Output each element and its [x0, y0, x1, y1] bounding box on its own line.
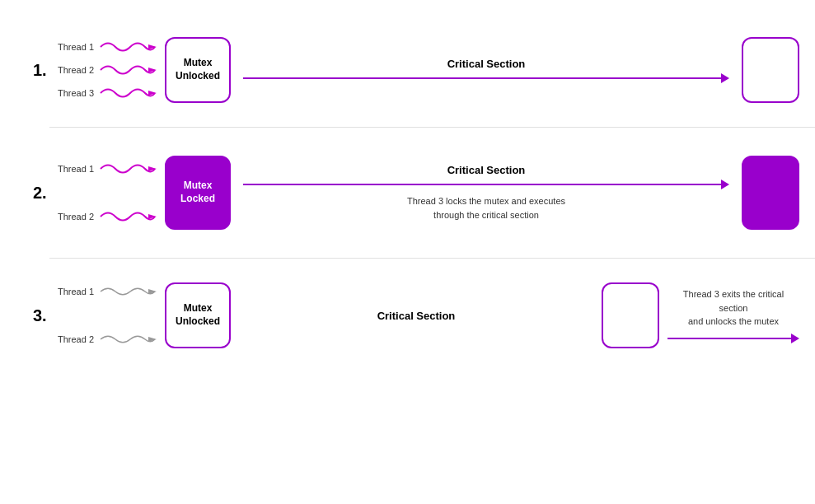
thread-2-label-r3: Thread 2 — [58, 334, 94, 344]
row2-threads: Thread 1 Thread 2 — [58, 161, 165, 224]
thread-1-label: Thread 1 — [58, 42, 94, 52]
mutex-label-2: MutexLocked — [180, 180, 215, 205]
diagram-container: 1. Thread 1 Thread 2 Thread 3 — [0, 0, 815, 504]
mutex-label-1: MutexUnlocked — [176, 57, 220, 82]
wavy-arrow-1 — [99, 40, 157, 54]
step-3-number: 3. — [33, 306, 58, 325]
critical-section-sub-2: Thread 3 locks the mutex and executesthr… — [407, 194, 565, 222]
critical-section-label-2: Critical Section — [447, 164, 526, 176]
middle-3: Critical Section — [231, 310, 602, 322]
divider-2 — [49, 258, 815, 259]
wavy-arrow-r2-2 — [99, 209, 157, 224]
middle-1: Critical Section — [231, 58, 742, 83]
thread-item: Thread 1 — [58, 284, 165, 299]
mutex-box-2: MutexLocked — [165, 156, 231, 230]
wavy-arrow-3 — [99, 86, 157, 100]
wavy-arrow-r2-1 — [99, 161, 157, 176]
thread-item: Thread 1 — [58, 40, 165, 54]
thread-2-label: Thread 2 — [58, 65, 94, 75]
mutex-label-3: MutexUnlocked — [176, 302, 220, 328]
right-box-2 — [742, 156, 799, 230]
row-1: 1. Thread 1 Thread 2 Thread 3 — [33, 16, 799, 124]
exit-section: Thread 3 exits the critical sectionand u… — [667, 287, 799, 343]
right-box-3 — [602, 282, 659, 348]
thread-item: Thread 2 — [58, 332, 165, 347]
right-box-1 — [742, 37, 799, 103]
step-2-number: 2. — [33, 184, 58, 203]
critical-section-label-3: Critical Section — [377, 310, 456, 322]
wavy-arrow-r3-1 — [99, 284, 157, 299]
thread-2-label-r2: Thread 2 — [58, 212, 94, 222]
middle-2: Critical Section Thread 3 locks the mute… — [231, 164, 742, 222]
thread-item: Thread 2 — [58, 63, 165, 77]
thread-item: Thread 3 — [58, 86, 165, 100]
row1-threads: Thread 1 Thread 2 Thread 3 — [58, 40, 165, 100]
thread-item: Thread 2 — [58, 209, 165, 224]
wavy-arrow-2 — [99, 63, 157, 77]
thread-1-label-r3: Thread 1 — [58, 287, 94, 296]
mutex-box-3: MutexUnlocked — [165, 282, 231, 348]
wavy-arrow-r3-2 — [99, 332, 157, 347]
critical-section-label-1: Critical Section — [447, 58, 526, 70]
divider-1 — [49, 127, 815, 128]
row3-threads: Thread 1 Thread 2 — [58, 284, 165, 347]
row-3: 3. Thread 1 Thread 2 MutexUnlock — [33, 262, 799, 369]
row-2: 2. Thread 1 Thread 2 MutexLocked — [33, 131, 799, 254]
thread-3-label: Thread 3 — [58, 88, 94, 98]
thread-1-label-r2: Thread 1 — [58, 164, 94, 174]
mutex-box-1: MutexUnlocked — [165, 37, 231, 103]
step-1-number: 1. — [33, 61, 58, 80]
thread-item: Thread 1 — [58, 161, 165, 176]
exit-text: Thread 3 exits the critical sectionand u… — [667, 287, 799, 329]
